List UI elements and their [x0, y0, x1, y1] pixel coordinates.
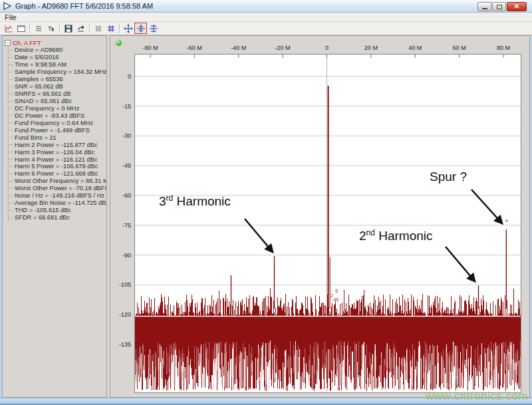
pan-icon[interactable]: [122, 23, 134, 34]
fft-plot[interactable]: 5246* 3rd Harmonic2nd HarmonicSpur ?: [134, 54, 521, 393]
toolbar-separator: [89, 24, 90, 33]
y-tick-label: 0: [110, 73, 131, 80]
svg-text:*: *: [505, 219, 508, 226]
tree-item[interactable]: Noise / Hz = -149.216 dBFS / Hz: [9, 192, 105, 200]
tree-item-label: Harm 2 Power = -115.877 dBc: [15, 142, 98, 148]
tree-item[interactable]: Device = AD9680: [9, 47, 105, 54]
tree-item-label: Time = 9:58:58 AM: [15, 61, 66, 68]
tree-item[interactable]: DC Frequency = 0 MHz: [9, 105, 105, 112]
tree-item-label: Date = 5/6/2016: [15, 54, 59, 61]
tree-connector: [9, 50, 13, 51]
axes-icon[interactable]: [147, 23, 160, 34]
tree-item-label: Fund Power = -1.499 dBFS: [15, 127, 90, 134]
tree-connector: [9, 188, 13, 189]
annotation-arrow-harmonic-2: [446, 247, 475, 281]
tree-item-label: Samples = 65536: [15, 76, 63, 82]
tree-item[interactable]: Date = 5/6/2016: [9, 54, 105, 61]
app-window: Graph - AD9680 FFT 5/6/2016 9:58:58 AM ✕…: [0, 0, 532, 405]
annotation-arrow-spur: [471, 190, 502, 223]
tree-item[interactable]: Sample Frequency = 184.32 MHz: [9, 68, 105, 76]
tree-root-label[interactable]: Ch. A FFT: [13, 39, 41, 47]
toolbar-separator: [29, 24, 30, 33]
toolbar: T: [0, 22, 532, 35]
toolbar-separator: [119, 24, 120, 33]
svg-text:6: 6: [336, 297, 338, 303]
tree-item[interactable]: Harm 2 Power = -115.877 dBc: [9, 141, 105, 148]
tree-item[interactable]: SFDR = 68.681 dBc: [9, 214, 105, 221]
x-tick-label: 0: [325, 45, 329, 51]
annotation-arrow-harmonic-3: [245, 219, 273, 252]
tree-connector: [9, 115, 13, 116]
tree-item[interactable]: Harm 4 Power = -116.121 dBc: [9, 156, 105, 163]
tree-item-label: SNRFS = 66.561 dB: [15, 90, 71, 97]
annotation-harmonic-2: 2nd Harmonic: [359, 228, 433, 243]
tree-item[interactable]: Fund Frequency = 0.64 MHz: [9, 119, 105, 126]
annotation-spur: Spur ?: [430, 169, 467, 184]
list-icon[interactable]: [32, 23, 45, 34]
tree-item[interactable]: Samples = 65536: [9, 76, 105, 83]
tree-connector: [9, 217, 13, 218]
x-tick-label: -40 M: [231, 45, 246, 51]
tree-connector: [9, 174, 13, 174]
x-tick-label: -60 M: [187, 45, 202, 51]
graph-copy-icon[interactable]: [2, 23, 15, 34]
form-settings-icon[interactable]: [15, 23, 27, 34]
tree-connector: [9, 137, 13, 138]
tree-item[interactable]: Worst Other Power = -70.18 dBFS: [9, 185, 105, 192]
y-tick-label: -135: [110, 341, 131, 348]
menu-bar: File: [0, 13, 532, 22]
x-tick-label: 80 M: [497, 45, 510, 51]
close-button[interactable]: ✕: [507, 2, 527, 11]
app-icon: [3, 2, 13, 10]
maximize-button[interactable]: [492, 2, 506, 11]
tree-item[interactable]: Worst Other Frequency = 86.31 MHz: [9, 178, 105, 185]
tree-item[interactable]: Harm 6 Power = -121.668 dBc: [9, 170, 105, 178]
save-icon[interactable]: [62, 23, 74, 34]
x-tick-label: -80 M: [142, 45, 158, 51]
tree-collapse-icon[interactable]: −: [5, 40, 11, 46]
tree-connector: [9, 181, 13, 182]
x-tick-label: 40 M: [408, 45, 422, 51]
tree-connector: [9, 159, 13, 160]
tree-item-label: DC Frequency = 0 MHz: [15, 105, 79, 112]
y-tick-label: -45: [110, 162, 131, 169]
minimize-icon: [482, 8, 487, 9]
grid-icon[interactable]: [104, 23, 117, 34]
y-tick-label: -105: [110, 281, 131, 288]
content-area: − Ch. A FFT Device = AD9680Date = 5/6/20…: [2, 35, 530, 398]
tree-item-label: Device = AD9680: [15, 47, 63, 53]
tree-item-label: Harm 4 Power = -116.121 dBc: [15, 156, 98, 163]
tree-connector: [9, 65, 13, 65]
tree-item[interactable]: Fund Power = -1.499 dBFS: [9, 126, 105, 134]
minimize-button[interactable]: [477, 2, 491, 11]
tree-item-label: Worst Other Frequency = 86.31 MHz: [15, 178, 107, 184]
export-icon[interactable]: [74, 23, 87, 34]
graph-panel: -80 M-60 M-40 M-20 M020 M40 M60 M80 M 0-…: [110, 35, 530, 398]
tree-item[interactable]: Average Bin Noise = -114.725 dBFS: [9, 200, 105, 207]
tree-connector: [9, 72, 13, 72]
tree-connector: [9, 57, 13, 58]
tree-item-label: Fund Frequency = 0.64 MHz: [15, 120, 93, 126]
svg-text:5: 5: [335, 288, 338, 294]
watermark: www.cntronics.com: [426, 390, 528, 403]
tree-item[interactable]: THD = -105.615 dBc: [9, 207, 105, 214]
tree-item[interactable]: Harm 3 Power = -126.04 dBc: [9, 148, 105, 156]
tree-item[interactable]: Fund Bins = 21: [9, 134, 105, 141]
toolbar-separator: [59, 24, 60, 33]
crosshair-icon[interactable]: [134, 23, 147, 34]
tree-item[interactable]: Time = 9:58:58 AM: [9, 61, 105, 68]
tree-connector: [9, 94, 13, 94]
tree-item[interactable]: SNRFS = 66.561 dB: [9, 90, 105, 98]
menu-file[interactable]: File: [0, 13, 21, 21]
annotation-harmonic-3: 3rd Harmonic: [159, 194, 231, 209]
y-tick-label: -75: [110, 222, 131, 229]
stats-tree-panel: − Ch. A FFT Device = AD9680Date = 5/6/20…: [2, 35, 107, 398]
tree-item[interactable]: SNR = 65.062 dB: [9, 83, 105, 90]
tree-item[interactable]: DC Power = -83.43 dBFS: [9, 112, 105, 119]
tree-item[interactable]: Harm 5 Power = -106.678 dBc: [9, 163, 105, 170]
tree-item-label: Noise / Hz = -149.216 dBFS / Hz: [15, 192, 104, 199]
marker-icon[interactable]: [92, 23, 104, 34]
label-tool-icon[interactable]: T: [45, 23, 57, 34]
tree-item-label: Fund Bins = 21: [15, 134, 57, 141]
tree-item[interactable]: SINAD = 65.061 dBc: [9, 98, 105, 105]
